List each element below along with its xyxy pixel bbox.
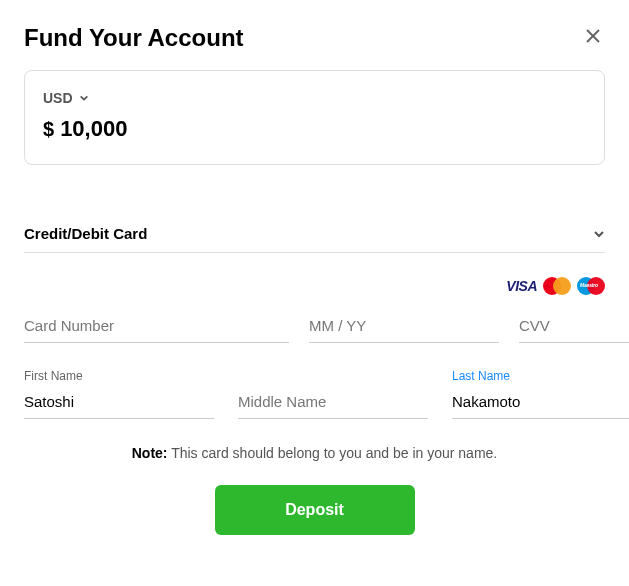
visa-logo-icon: VISA — [506, 278, 537, 294]
first-name-label: First Name — [24, 369, 214, 383]
cvv-input[interactable] — [519, 309, 629, 343]
page-title: Fund Your Account — [24, 24, 244, 52]
close-icon — [585, 28, 601, 44]
currency-selector[interactable]: USD — [43, 90, 89, 106]
amount-symbol: $ — [43, 118, 54, 141]
close-button[interactable] — [581, 24, 605, 51]
chevron-down-icon — [593, 228, 605, 240]
chevron-down-icon — [79, 93, 89, 103]
note-prefix: Note: — [132, 445, 168, 461]
amount-input[interactable] — [60, 116, 260, 142]
card-logos: VISA Maestro — [24, 277, 605, 295]
expiry-input[interactable] — [309, 309, 499, 343]
first-name-input[interactable] — [24, 385, 214, 419]
payment-method-label: Credit/Debit Card — [24, 225, 147, 242]
last-name-label: Last Name — [452, 369, 629, 383]
last-name-input[interactable] — [452, 385, 629, 419]
mastercard-logo-icon — [543, 277, 571, 295]
middle-name-input[interactable] — [238, 385, 428, 419]
note-body: This card should belong to you and be in… — [168, 445, 498, 461]
currency-label: USD — [43, 90, 73, 106]
maestro-logo-icon: Maestro — [577, 277, 605, 295]
deposit-button[interactable]: Deposit — [215, 485, 415, 535]
payment-method-selector[interactable]: Credit/Debit Card — [24, 225, 605, 253]
amount-box: USD $ — [24, 70, 605, 165]
card-number-input[interactable] — [24, 309, 289, 343]
note-text: Note: This card should belong to you and… — [24, 445, 605, 461]
